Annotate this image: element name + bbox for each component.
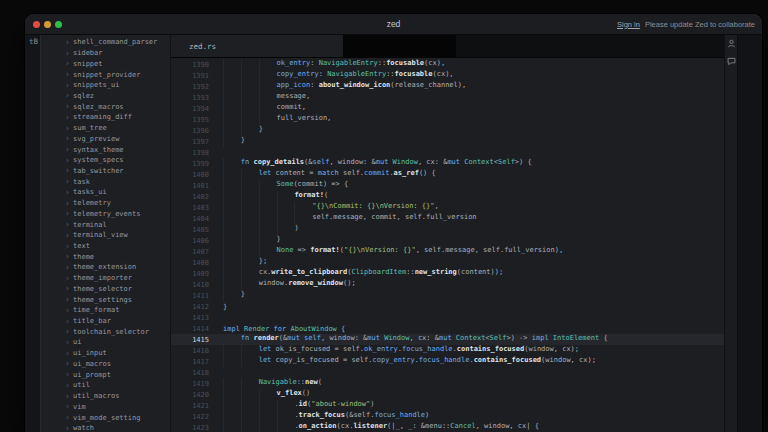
- code-text: }: [223, 290, 245, 301]
- code-line[interactable]: 1421.id("about-window"): [171, 400, 724, 411]
- tree-item[interactable]: ›title_bar: [41, 316, 170, 327]
- tree-item-label: terminal: [73, 221, 107, 229]
- code-line[interactable]: 1390ok_entry: NavigableEntry::focusable(…: [171, 59, 724, 70]
- right-dock-strip: [724, 35, 737, 432]
- code-text: "{}\nCommit: {}\nVersion: {}",: [223, 202, 439, 213]
- tree-item[interactable]: ›toolchain_selector: [41, 326, 170, 337]
- tree-item[interactable]: ›theme_selector: [41, 284, 170, 295]
- code-line[interactable]: 1416let ok_is_focused = self.ok_entry.fo…: [171, 345, 724, 356]
- code-line[interactable]: 1418: [171, 367, 724, 378]
- tree-item[interactable]: ›text: [41, 241, 170, 252]
- tree-item[interactable]: ›theme_importer: [41, 273, 170, 284]
- tree-item[interactable]: ›sqlez: [41, 91, 170, 102]
- tree-item[interactable]: ›theme_settings: [41, 294, 170, 305]
- code-line[interactable]: 1419Navigable::new(: [171, 378, 724, 389]
- tree-item[interactable]: ›vim_mode_setting: [41, 412, 170, 423]
- tree-item[interactable]: ›theme: [41, 251, 170, 262]
- code-line[interactable]: 1410window.remove_window();: [171, 279, 724, 290]
- tree-item[interactable]: ›snippets_ui: [41, 80, 170, 91]
- minimize-button[interactable]: [44, 21, 51, 28]
- tree-item[interactable]: ›telemetry_events: [41, 209, 170, 220]
- code-line[interactable]: 1412}: [171, 301, 724, 312]
- code-line[interactable]: 1406}: [171, 235, 724, 246]
- tree-item[interactable]: ›util: [41, 380, 170, 391]
- chat-bubble-icon[interactable]: [727, 57, 736, 66]
- tree-item[interactable]: ›svg_preview: [41, 133, 170, 144]
- code-line[interactable]: 1422.track_focus(&self.focus_handle): [171, 411, 724, 422]
- tree-item[interactable]: ›system_specs: [41, 155, 170, 166]
- title-bar[interactable]: zed Sign in Please update Zed to collabo…: [25, 14, 762, 35]
- code-line[interactable]: 1401Some(commit) => {: [171, 180, 724, 191]
- code-line[interactable]: 1393message,: [171, 92, 724, 103]
- code-line[interactable]: 1402format!(: [171, 191, 724, 202]
- code-editor[interactable]: 1390ok_entry: NavigableEntry::focusable(…: [171, 58, 724, 432]
- code-line[interactable]: 1407None => format!("{}\nVersion: {}", s…: [171, 246, 724, 257]
- line-number: 1395: [171, 116, 209, 124]
- tree-item[interactable]: ›tab_switcher: [41, 166, 170, 177]
- tree-item[interactable]: ›sqlez_macros: [41, 101, 170, 112]
- code-text: .id("about-window"): [223, 400, 374, 411]
- tree-item[interactable]: ›streaming_diff: [41, 112, 170, 123]
- tree-item[interactable]: ›syntax_theme: [41, 144, 170, 155]
- tree-item[interactable]: ›ui_macros: [41, 359, 170, 370]
- tree-item[interactable]: ›tasks_ui: [41, 187, 170, 198]
- code-line[interactable]: 1423.on_action(cx.listener(|_, _: &menu:…: [171, 422, 724, 432]
- code-line[interactable]: 1400let content = match self.commit.as_r…: [171, 169, 724, 180]
- tree-item[interactable]: ›vim: [41, 401, 170, 412]
- code-text: v_flex(): [223, 389, 310, 400]
- code-line[interactable]: 1398: [171, 147, 724, 158]
- tree-item[interactable]: ›terminal: [41, 219, 170, 230]
- line-number: 1393: [171, 94, 209, 102]
- panel-glyph-icon[interactable]: tB: [29, 37, 38, 46]
- tree-item[interactable]: ›snippet: [41, 58, 170, 69]
- code-text: Navigable::new(: [223, 378, 322, 389]
- code-line[interactable]: 1405): [171, 224, 724, 235]
- tree-item[interactable]: ›snippet_provider: [41, 69, 170, 80]
- line-number: 1423: [171, 424, 209, 432]
- tree-item[interactable]: ›util_macros: [41, 391, 170, 402]
- line-number: 1412: [171, 303, 209, 311]
- tree-item[interactable]: ›shell_command_parser: [41, 37, 170, 48]
- tree-item[interactable]: ›ui: [41, 337, 170, 348]
- code-line[interactable]: 1397}: [171, 136, 724, 147]
- code-line[interactable]: 1395full_version,: [171, 114, 724, 125]
- code-line[interactable]: 1415fn render(&mut self, window: &mut Wi…: [171, 334, 724, 345]
- tree-item[interactable]: ›sidebar: [41, 48, 170, 59]
- tree-item[interactable]: ›time_format: [41, 305, 170, 316]
- project-panel[interactable]: ›shell_command_parser›sidebar›snippet›sn…: [41, 35, 171, 432]
- code-line[interactable]: 1420v_flex(): [171, 389, 724, 400]
- chevron-right-icon: ›: [65, 166, 73, 175]
- tree-item[interactable]: ›terminal_view: [41, 230, 170, 241]
- sign-in-link[interactable]: Sign in: [617, 20, 640, 29]
- person-icon[interactable]: [727, 39, 736, 48]
- code-line[interactable]: 1414impl Render for AboutWindow {: [171, 323, 724, 334]
- code-line[interactable]: 1396}: [171, 125, 724, 136]
- chevron-right-icon: ›: [65, 188, 73, 197]
- code-line[interactable]: 1392app_icon: about_window_icon(release_…: [171, 81, 724, 92]
- tree-item[interactable]: ›sum_tree: [41, 123, 170, 134]
- code-line[interactable]: 1409cx.write_to_clipboard(ClipboardItem:…: [171, 268, 724, 279]
- code-line[interactable]: 1391copy_entry: NavigableEntry::focusabl…: [171, 70, 724, 81]
- close-button[interactable]: [33, 21, 40, 28]
- code-text: let content = match self.commit.as_ref()…: [223, 169, 436, 180]
- tree-item[interactable]: ›ui_prompt: [41, 369, 170, 380]
- chevron-right-icon: ›: [65, 359, 73, 368]
- tree-item-label: ui_prompt: [73, 371, 111, 379]
- zoom-button[interactable]: [55, 21, 62, 28]
- code-line[interactable]: 1404self.message, commit, self.full_vers…: [171, 213, 724, 224]
- code-line[interactable]: 1403"{}\nCommit: {}\nVersion: {}",: [171, 202, 724, 213]
- code-line[interactable]: 1411}: [171, 290, 724, 301]
- code-line[interactable]: 1413: [171, 312, 724, 323]
- tree-item[interactable]: ›telemetry: [41, 198, 170, 209]
- code-line[interactable]: 1399fn copy_details(&self, window: &mut …: [171, 158, 724, 169]
- tree-item[interactable]: ›ui_input: [41, 348, 170, 359]
- chevron-right-icon: ›: [65, 199, 73, 208]
- tab-zed-rs[interactable]: zed.rs: [171, 35, 344, 57]
- code-line[interactable]: 1394commit,: [171, 103, 724, 114]
- tree-item[interactable]: ›watch: [41, 423, 170, 432]
- tree-item[interactable]: ›theme_extension: [41, 262, 170, 273]
- code-line[interactable]: 1417let copy_is_focused = self.copy_entr…: [171, 356, 724, 367]
- tree-item[interactable]: ›task: [41, 176, 170, 187]
- code-line[interactable]: 1408};: [171, 257, 724, 268]
- chevron-right-icon: ›: [65, 177, 73, 186]
